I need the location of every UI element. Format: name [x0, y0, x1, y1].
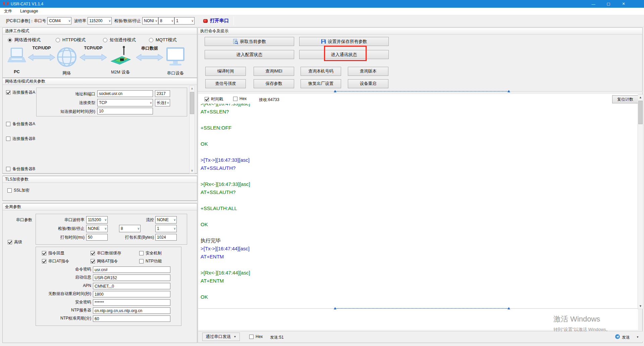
open-port-button[interactable]: 打开串口 — [203, 18, 229, 24]
query-signal-button[interactable]: 查信号强度 — [205, 79, 246, 88]
timestamp-checkbox-row[interactable]: 时间戳 — [205, 96, 223, 102]
send-hex-checkbox-row[interactable]: Hex — [249, 334, 263, 339]
close-button[interactable]: ✕ — [616, 0, 631, 8]
cmd-echo-checkbox-row[interactable]: 指令回显 — [42, 250, 64, 256]
scroll-up-icon[interactable]: ▲ — [638, 95, 643, 100]
serial-at-checkbox[interactable] — [42, 259, 46, 263]
splitter-handle[interactable] — [2, 201, 197, 203]
server-b-checkbox-row[interactable]: 连接服务器B — [6, 136, 35, 142]
server-a-checkbox[interactable] — [6, 90, 10, 95]
log-hex-checkbox-row[interactable]: Hex — [233, 96, 247, 101]
reset-count-button[interactable]: 复位计数 — [612, 95, 638, 103]
advanced-checkbox-row[interactable]: 高级 — [8, 239, 22, 245]
server-address-input[interactable]: socket.usr.cn — [97, 90, 153, 97]
scroll-left-icon[interactable] — [334, 307, 336, 309]
minimize-button[interactable]: — — [586, 0, 600, 8]
radio-icon[interactable] — [149, 38, 153, 42]
ssl-checkbox[interactable] — [7, 188, 12, 193]
maximize-button[interactable]: ▢ — [601, 0, 615, 8]
serial-at-checkbox-row[interactable]: 串口AT指令 — [42, 258, 69, 264]
ssl-checkbox-row[interactable]: SSL加密 — [7, 188, 30, 193]
ntp-server-input[interactable]: cn.ntp.org.cn,us.ntp.org.cn — [93, 307, 170, 314]
scroll-right-icon[interactable] — [507, 90, 510, 92]
pack-time-input[interactable]: 50 — [86, 234, 108, 241]
ntp-period-input[interactable]: 60 — [93, 315, 170, 322]
factory-reset-button[interactable]: 恢复出厂设置 — [301, 79, 341, 88]
radio-icon[interactable] — [103, 38, 107, 42]
radio-icon[interactable] — [8, 38, 12, 42]
cmd-echo-checkbox[interactable] — [42, 251, 46, 255]
conn-type-select[interactable]: TCP∨ — [97, 99, 153, 106]
timestamp-checkbox[interactable] — [205, 97, 209, 101]
scroll-down-icon[interactable]: ∨ — [190, 168, 195, 173]
enter-config-state-button[interactable]: 进入配置状态 — [205, 50, 294, 59]
scroll-right-icon[interactable] — [507, 307, 510, 309]
backup-b-checkbox-row[interactable]: 备份服务器B — [6, 166, 35, 172]
net-at-checkbox[interactable] — [91, 259, 95, 263]
backup-b-checkbox[interactable] — [6, 167, 10, 171]
security-checkbox-row[interactable]: 安全机制 — [139, 250, 162, 256]
query-imei-button[interactable]: 查询IMEI — [254, 67, 294, 76]
compile-time-button[interactable]: 编译时间 — [205, 67, 246, 76]
send-dropdown-icon[interactable]: ▼ — [636, 336, 639, 339]
no-data-restart-input[interactable]: 1800 — [93, 291, 170, 297]
log-v-scrollbar[interactable]: ▲ ▼ — [638, 94, 643, 309]
apn-input[interactable]: CMNET,,,0 — [93, 283, 170, 289]
device-restart-button[interactable]: 设备重启 — [348, 79, 388, 88]
net-at-checkbox-row[interactable]: 网络AT指令 — [91, 258, 118, 264]
work-mode-option[interactable]: HTTPD模式 — [56, 37, 86, 43]
ntp-checkbox[interactable] — [139, 259, 144, 263]
backup-a-checkbox-row[interactable]: 备份服务器A — [6, 121, 35, 127]
work-mode-option[interactable]: MQTT模式 — [149, 37, 177, 43]
serial-parity-select[interactable]: NONE∨ — [86, 225, 108, 232]
conn-mode-select[interactable]: 长连接∨ — [155, 99, 170, 106]
log-h-scrollbar-bottom[interactable] — [334, 308, 509, 309]
pack-len-input[interactable]: 1024 — [155, 234, 177, 241]
serial-cache-checkbox-row[interactable]: 串口数据缓存 — [91, 250, 121, 256]
query-local-number-button[interactable]: 查询本机号码 — [301, 67, 341, 76]
server-port-input[interactable]: 2317 — [155, 90, 170, 97]
com-port-select[interactable]: COM4∨ — [47, 17, 71, 24]
send-button[interactable]: 发送 — [622, 335, 630, 340]
serial-stopbits-select[interactable]: 1∨ — [155, 225, 177, 232]
cmd-password-input[interactable]: usr.cn# — [93, 266, 170, 273]
short-timeout-input[interactable]: 10 — [97, 108, 153, 114]
set-save-all-params-button[interactable]: 设置并保存所有参数 — [299, 37, 389, 46]
server-a-checkbox-row[interactable]: 连接服务器A — [6, 90, 35, 95]
get-current-params-button[interactable]: 获取当前参数 — [205, 37, 294, 46]
stopbits-select[interactable]: 1∨ — [174, 17, 195, 24]
server-b-checkbox[interactable] — [6, 137, 10, 141]
scroll-up-icon[interactable]: ∧ — [190, 86, 195, 91]
baud-select[interactable]: 115200∨ — [88, 17, 112, 24]
advanced-checkbox[interactable] — [8, 240, 12, 244]
ntp-checkbox-row[interactable]: NTP功能 — [139, 258, 162, 264]
net-params-scrollbar[interactable]: ∧ ∨ — [189, 86, 195, 174]
radio-icon[interactable] — [56, 38, 60, 42]
flow-select[interactable]: NONE∨ — [155, 216, 177, 224]
log-hex-checkbox[interactable] — [233, 97, 237, 101]
menu-file[interactable]: 文件 — [0, 8, 16, 15]
menu-language[interactable]: Language — [16, 8, 42, 15]
databits-select[interactable]: 8∨ — [158, 17, 174, 24]
serial-databits-select[interactable]: 8∨ — [119, 225, 141, 232]
serial-cache-checkbox[interactable] — [91, 251, 95, 255]
send-hex-checkbox[interactable] — [249, 335, 254, 339]
serial-baud-select[interactable]: 115200∨ — [86, 216, 108, 224]
parity-select[interactable]: NONI∨ — [142, 17, 158, 24]
log-console[interactable]: 时间戳 Hex 接收:64733 复位计数 >[Rx<-][16:47:33][… — [198, 94, 638, 330]
scrollbar-thumb[interactable] — [638, 101, 643, 124]
scrollbar-thumb[interactable] — [190, 92, 194, 114]
log-h-scrollbar-top[interactable] — [334, 91, 509, 92]
save-params-button[interactable]: 保存参数 — [254, 79, 294, 88]
scroll-left-icon[interactable] — [334, 90, 336, 92]
query-version-button[interactable]: 查询版本 — [348, 67, 388, 76]
splitter-handle[interactable] — [2, 174, 197, 176]
backup-a-checkbox[interactable] — [6, 122, 10, 126]
security-checkbox[interactable] — [139, 251, 144, 255]
send-via-serial-button[interactable]: 通过串口发送▼ — [202, 333, 240, 341]
startup-info-input[interactable]: USR-DR152 — [93, 275, 170, 281]
scroll-down-icon[interactable]: ▼ — [638, 303, 643, 309]
work-mode-option[interactable]: 网络透传模式 — [8, 37, 41, 43]
security-password-input[interactable]: ****** — [93, 299, 170, 306]
work-mode-option[interactable]: 短信透传模式 — [103, 37, 136, 43]
